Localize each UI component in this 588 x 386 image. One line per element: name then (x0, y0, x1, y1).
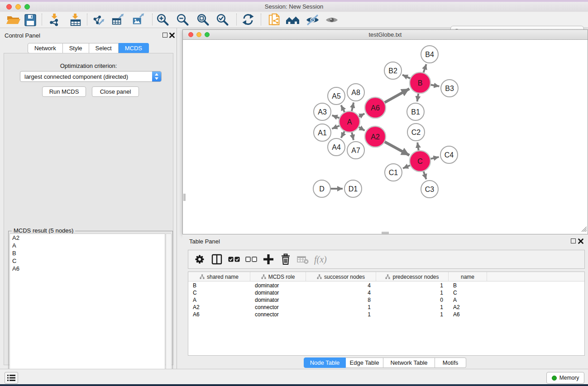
tab-select[interactable]: Select (89, 43, 119, 53)
float-panel-icon[interactable] (163, 33, 167, 38)
table-cell[interactable]: connector (250, 304, 306, 311)
table-row[interactable]: A6connector11A6 (188, 311, 584, 318)
table-cell[interactable]: 1 (376, 282, 449, 289)
deselect-all-icon[interactable] (244, 253, 258, 266)
tab-network-table[interactable]: Network Table (383, 357, 435, 368)
table-cell[interactable]: B (449, 282, 487, 289)
zoom-selected-icon[interactable] (215, 13, 231, 27)
table-cell[interactable]: 1 (306, 304, 376, 311)
table-row[interactable]: Adominator80A (188, 296, 584, 304)
node-A7[interactable]: A7 (347, 142, 364, 159)
task-history-button[interactable] (5, 372, 18, 384)
table-row[interactable]: Bdominator41B (188, 282, 584, 289)
tab-style[interactable]: Style (63, 43, 89, 53)
import-table-icon[interactable] (68, 13, 83, 27)
table-cell[interactable]: B (188, 282, 250, 289)
select-all-icon[interactable] (227, 253, 241, 266)
result-list-scrollbar[interactable] (166, 234, 172, 383)
table-row[interactable]: A2connector11A2 (188, 304, 584, 311)
node-A5[interactable]: A5 (328, 87, 345, 105)
table-cell[interactable]: dominator (250, 296, 306, 304)
table-cell[interactable]: A (188, 296, 250, 304)
hide-visibility-icon[interactable] (305, 13, 320, 27)
table-cell[interactable]: connector (250, 311, 306, 318)
table-cell[interactable]: A (449, 296, 487, 304)
float-table-panel-icon[interactable] (571, 238, 576, 243)
memory-button[interactable]: Memory (546, 372, 584, 384)
column-header-predecessor-nodes[interactable]: predecessor nodes (376, 272, 449, 281)
edge-C-C3[interactable] (423, 171, 426, 179)
edge-B-B1[interactable] (417, 93, 419, 102)
network-from-file-icon[interactable] (267, 13, 282, 27)
zoom-out-icon[interactable] (176, 13, 191, 27)
columns-icon[interactable] (210, 253, 224, 266)
add-column-icon[interactable] (262, 253, 275, 266)
export-network-icon[interactable] (91, 13, 107, 27)
node-B4[interactable]: B4 (421, 46, 438, 63)
criterion-dropdown[interactable]: largest connected component (directed) (20, 71, 162, 82)
table-cell[interactable]: 8 (306, 296, 376, 304)
column-header-name[interactable]: name (449, 272, 487, 281)
tab-edge-table[interactable]: Edge Table (346, 357, 383, 368)
table-cell[interactable]: 1 (306, 311, 376, 318)
edge-C-C4[interactable] (430, 157, 439, 159)
node-A2[interactable]: A2 (365, 126, 386, 147)
node-C2[interactable]: C2 (407, 124, 425, 141)
table-cell[interactable]: 1 (376, 289, 449, 296)
node-A[interactable]: A (339, 111, 360, 132)
node-A4[interactable]: A4 (328, 138, 345, 156)
export-image-icon[interactable] (131, 13, 146, 27)
vertical-scroll-nub[interactable] (183, 194, 186, 201)
node-C[interactable]: C (410, 151, 430, 172)
node-D1[interactable]: D1 (344, 180, 362, 197)
edge-B-B4[interactable] (423, 64, 426, 73)
result-item[interactable]: C (10, 257, 165, 265)
delete-table-icon[interactable] (296, 253, 310, 266)
edge-C-C1[interactable] (403, 165, 411, 168)
column-header-successor-nodes[interactable]: successor nodes (306, 272, 376, 281)
node-A8[interactable]: A8 (347, 84, 364, 101)
edge-A-A6[interactable] (359, 114, 364, 117)
node-B3[interactable]: B3 (441, 80, 458, 97)
mcds-result-list[interactable]: A2ABCA6 (10, 234, 165, 383)
close-table-panel-icon[interactable] (578, 238, 583, 244)
edge-A-A4[interactable] (341, 131, 345, 138)
node-A3[interactable]: A3 (314, 103, 331, 120)
table-cell[interactable]: 0 (376, 296, 449, 304)
zoom-in-icon[interactable] (156, 13, 171, 27)
table-cell[interactable]: A2 (449, 304, 487, 311)
edge-A-A1[interactable] (332, 126, 339, 129)
node-C4[interactable]: C4 (440, 146, 458, 163)
table-cell[interactable]: dominator (250, 289, 306, 296)
resize-grip-icon[interactable] (582, 227, 587, 232)
node-A6[interactable]: A6 (365, 97, 386, 118)
node-C1[interactable]: C1 (385, 164, 402, 181)
table-cell[interactable]: 4 (306, 289, 376, 296)
table-cell[interactable]: C (449, 289, 487, 296)
table-cell[interactable]: 1 (376, 311, 449, 318)
horizontal-scroll-nub[interactable] (382, 232, 389, 234)
table-row[interactable]: Cdominator41C (188, 289, 584, 296)
edge-B-B2[interactable] (402, 75, 411, 78)
node-B1[interactable]: B1 (407, 103, 424, 120)
import-network-icon[interactable] (47, 13, 62, 27)
network-canvas-svg[interactable]: B4B2BB3A5A8A6A3B1AA1C2A2A4A7C4CC1C3DD1 (183, 40, 588, 234)
result-item[interactable]: A (10, 242, 165, 249)
table-cell[interactable]: C (188, 289, 250, 296)
function-builder-icon[interactable]: f(x) (313, 254, 327, 265)
zoom-fit-icon[interactable] (196, 13, 211, 27)
result-item[interactable]: A2 (10, 234, 165, 242)
result-item[interactable]: A6 (10, 265, 165, 272)
tab-node-table[interactable]: Node Table (304, 357, 346, 368)
result-item[interactable]: B (10, 249, 165, 257)
edge-A-A7[interactable] (352, 132, 354, 140)
export-table-icon[interactable] (110, 13, 126, 27)
node-D[interactable]: D (313, 180, 330, 197)
visibility-icon[interactable] (324, 13, 339, 27)
save-session-icon[interactable] (23, 13, 38, 27)
edge-B-B3[interactable] (430, 85, 440, 86)
edge-A6-B[interactable] (384, 89, 409, 103)
node-A1[interactable]: A1 (314, 124, 331, 141)
table-cell[interactable]: A6 (449, 311, 487, 318)
close-panel-button[interactable]: Close panel (92, 86, 139, 97)
